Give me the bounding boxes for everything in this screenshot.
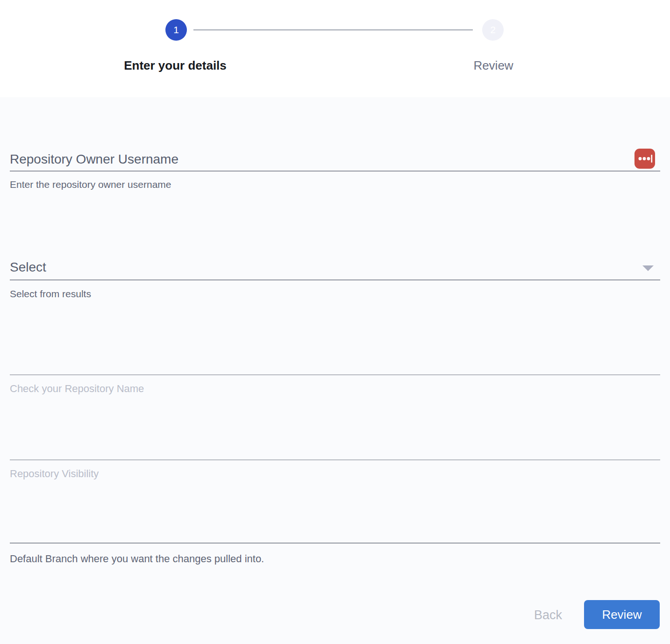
repository-owner-username-input[interactable] (10, 152, 631, 167)
results-select-dropdown[interactable]: Select (10, 254, 660, 280)
back-button[interactable]: Back (518, 602, 578, 628)
stepper-connector-line (193, 29, 473, 30)
repository-owner-username-field (10, 145, 660, 172)
wizard-stepper-header: 1 2 Enter your details Review (0, 0, 670, 97)
review-button[interactable]: Review (584, 600, 660, 629)
chevron-down-icon (642, 265, 654, 271)
step-1-number: 1 (173, 24, 179, 36)
step-2-label: Review (400, 59, 587, 73)
repository-visibility-field (10, 434, 660, 460)
results-select-value: Select (10, 260, 46, 275)
results-select-helper: Select from results (10, 288, 91, 300)
repository-visibility-input[interactable] (10, 441, 631, 456)
repository-name-input[interactable] (10, 356, 631, 371)
default-branch-helper: Default Branch where you want the change… (10, 553, 264, 565)
repository-owner-username-helper: Enter the repository owner username (10, 179, 171, 190)
step-1-indicator: 1 (165, 19, 187, 41)
password-manager-autofill-icon[interactable] (634, 149, 655, 169)
form-panel: Enter the repository owner username Sele… (0, 97, 670, 644)
default-branch-field (10, 517, 660, 544)
repository-name-field (10, 349, 660, 375)
step-2-number: 2 (490, 24, 496, 36)
step-1-label: Enter your details (82, 59, 269, 73)
repository-visibility-helper: Repository Visibility (10, 468, 99, 480)
repository-name-helper: Check your Repository Name (10, 383, 144, 395)
default-branch-input[interactable] (10, 524, 631, 539)
step-2-indicator: 2 (482, 19, 504, 41)
